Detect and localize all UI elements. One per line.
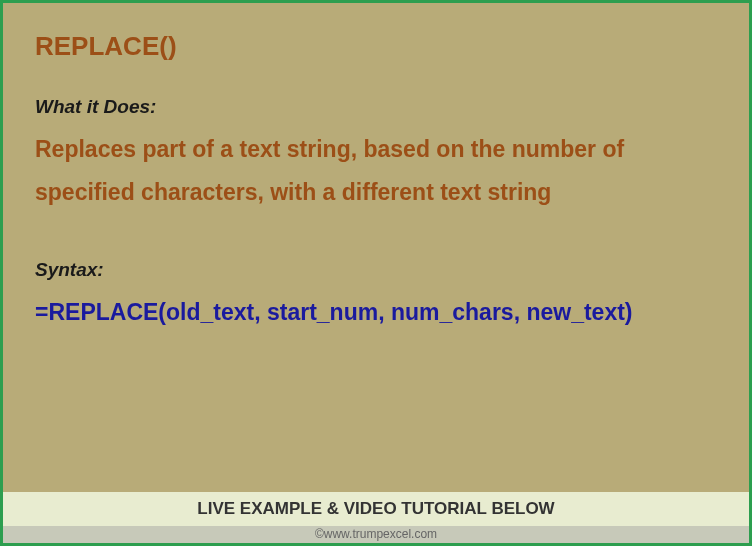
footer-cta-bar: LIVE EXAMPLE & VIDEO TUTORIAL BELOW [3,492,749,526]
syntax-text: =REPLACE(old_text, start_num, num_chars,… [35,291,717,334]
what-it-does-description: Replaces part of a text string, based on… [35,128,717,213]
what-it-does-label: What it Does: [35,96,717,118]
syntax-label: Syntax: [35,259,717,281]
copyright-bar: ©www.trumpexcel.com [3,526,749,543]
content-area: REPLACE() What it Does: Replaces part of… [3,3,749,492]
function-title: REPLACE() [35,31,717,62]
document-card: REPLACE() What it Does: Replaces part of… [0,0,752,546]
